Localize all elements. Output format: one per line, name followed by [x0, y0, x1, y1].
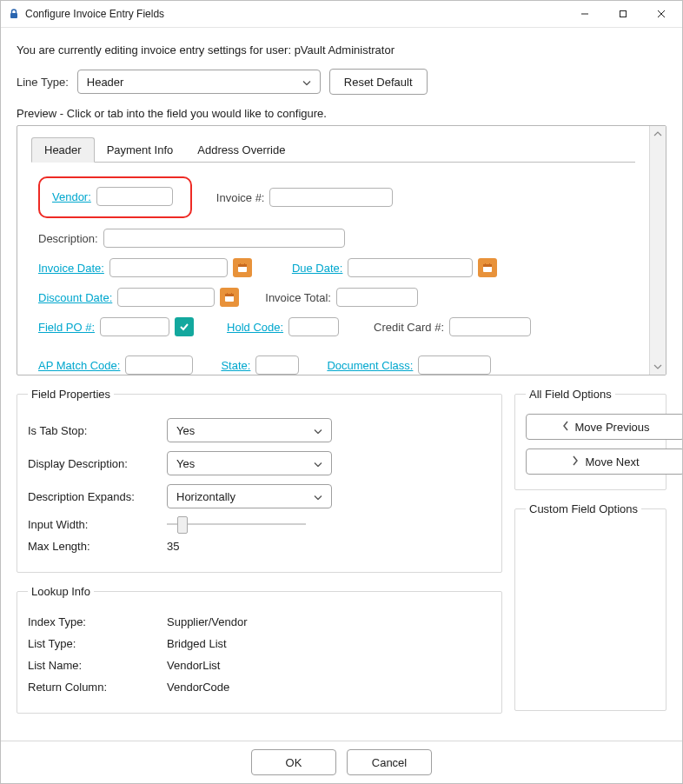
- due-date-input[interactable]: [348, 258, 473, 277]
- description-input[interactable]: [103, 229, 345, 248]
- index-type-value: Supplier/Vendor: [167, 615, 248, 628]
- index-type-label: Index Type:: [28, 615, 167, 628]
- slider-thumb[interactable]: [177, 516, 188, 534]
- hold-code-input[interactable]: [288, 317, 339, 336]
- preview-tabs: Header Payment Info Address Override: [31, 136, 635, 163]
- field-properties-panel: Field Properties Is Tab Stop: Yes Displa…: [17, 388, 502, 573]
- document-class-label[interactable]: Document Class:: [327, 359, 413, 372]
- preview-scrollbar[interactable]: [649, 126, 666, 375]
- lookup-info-legend: Lookup Info: [28, 585, 94, 598]
- lookup-info-panel: Lookup Info Index Type: Supplier/Vendor …: [17, 585, 502, 714]
- svg-rect-6: [238, 264, 247, 267]
- description-expands-label: Description Expands:: [28, 490, 167, 503]
- chevron-down-icon: [302, 76, 311, 89]
- calendar-icon[interactable]: [478, 258, 497, 277]
- invoice-total-label: Invoice Total:: [265, 291, 331, 304]
- chevron-right-icon: [571, 455, 580, 468]
- move-next-button[interactable]: Move Next: [526, 448, 682, 475]
- list-name-value: VendorList: [167, 659, 220, 672]
- vendor-label[interactable]: Vendor:: [52, 190, 91, 203]
- right-column: All Field Options Move Previous Move Nex…: [514, 388, 666, 714]
- svg-rect-0: [10, 13, 17, 18]
- ap-match-code-input[interactable]: [125, 355, 193, 375]
- maximize-button[interactable]: [604, 2, 642, 26]
- lock-icon: [8, 8, 20, 20]
- chevron-down-icon: [314, 424, 322, 437]
- line-type-select[interactable]: Header: [77, 70, 321, 94]
- credit-card-label: Credit Card #:: [374, 321, 444, 334]
- all-field-options-panel: All Field Options Move Previous Move Nex…: [514, 388, 666, 490]
- titlebar-controls: [566, 2, 680, 26]
- chevron-left-icon: [561, 421, 570, 434]
- description-expands-select[interactable]: Horizontally: [167, 484, 332, 508]
- display-description-label: Display Description:: [28, 457, 167, 470]
- return-column-label: Return Column:: [28, 681, 167, 694]
- content-area: You are currently editing invoice entry …: [1, 28, 682, 741]
- titlebar: Configure Invoice Entry Fields: [1, 1, 682, 28]
- state-input[interactable]: [255, 355, 299, 375]
- invoice-total-input[interactable]: [336, 288, 418, 307]
- chevron-down-icon: [314, 457, 322, 470]
- list-name-label: List Name:: [28, 659, 167, 672]
- state-label[interactable]: State:: [221, 359, 250, 372]
- tab-address-override[interactable]: Address Override: [185, 138, 297, 162]
- tab-header[interactable]: Header: [31, 137, 95, 163]
- dialog-window: Configure Invoice Entry Fields You are c…: [0, 0, 683, 784]
- ap-match-code-label[interactable]: AP Match Code:: [38, 359, 120, 372]
- left-column: Field Properties Is Tab Stop: Yes Displa…: [17, 388, 502, 714]
- hold-code-label[interactable]: Hold Code:: [227, 321, 283, 334]
- display-description-select[interactable]: Yes: [167, 451, 332, 475]
- svg-rect-10: [483, 264, 492, 267]
- custom-field-options-legend: Custom Field Options: [526, 502, 641, 515]
- vendor-input[interactable]: [96, 187, 173, 206]
- field-properties-legend: Field Properties: [28, 388, 114, 401]
- move-previous-button[interactable]: Move Previous: [526, 414, 682, 440]
- reset-default-button[interactable]: Reset Default: [329, 69, 428, 95]
- reset-default-label: Reset Default: [344, 76, 413, 89]
- discount-date-label[interactable]: Discount Date:: [38, 291, 112, 304]
- line-type-value: Header: [87, 76, 124, 89]
- input-width-label: Input Width:: [28, 518, 167, 531]
- custom-field-options-panel: Custom Field Options: [514, 502, 666, 711]
- input-width-slider[interactable]: [167, 517, 306, 531]
- intro-text: You are currently editing invoice entry …: [17, 38, 666, 69]
- field-po-input[interactable]: [100, 317, 169, 336]
- is-tab-stop-label: Is Tab Stop:: [28, 424, 167, 437]
- list-type-value: Bridged List: [167, 637, 227, 650]
- discount-date-input[interactable]: [117, 288, 215, 307]
- field-po-label[interactable]: Field PO #:: [38, 321, 95, 334]
- document-class-input[interactable]: [418, 355, 491, 375]
- line-type-label: Line Type:: [17, 76, 69, 89]
- tab-content: Vendor: Invoice #: Description:: [31, 163, 635, 375]
- description-label: Description:: [38, 232, 98, 245]
- list-type-label: List Type:: [28, 637, 167, 650]
- close-button[interactable]: [642, 2, 680, 26]
- preview-inner: Header Payment Info Address Override Ven…: [17, 126, 649, 375]
- calendar-icon[interactable]: [233, 258, 252, 277]
- return-column-value: VendorCode: [167, 681, 229, 694]
- max-length-value: 35: [167, 540, 179, 553]
- ok-button[interactable]: OK: [251, 749, 336, 775]
- svg-rect-14: [225, 294, 234, 296]
- calendar-icon[interactable]: [220, 288, 239, 307]
- titlebar-left: Configure Invoice Entry Fields: [8, 8, 164, 20]
- vendor-field-highlight: Vendor:: [38, 176, 192, 218]
- max-length-label: Max Length:: [28, 540, 167, 553]
- minimize-button[interactable]: [566, 2, 604, 26]
- line-type-row: Line Type: Header Reset Default: [17, 69, 666, 95]
- credit-card-input[interactable]: [449, 317, 531, 336]
- options-columns: Field Properties Is Tab Stop: Yes Displa…: [17, 388, 666, 714]
- preview-label: Preview - Click or tab into the field yo…: [17, 107, 666, 120]
- svg-rect-2: [620, 11, 627, 17]
- check-icon[interactable]: [175, 317, 194, 336]
- scroll-down-icon[interactable]: [650, 359, 666, 375]
- invoice-number-input[interactable]: [269, 188, 393, 207]
- invoice-date-label[interactable]: Invoice Date:: [38, 262, 104, 275]
- invoice-date-input[interactable]: [109, 258, 228, 277]
- cancel-button[interactable]: Cancel: [347, 749, 432, 775]
- window-title: Configure Invoice Entry Fields: [25, 8, 164, 20]
- due-date-label[interactable]: Due Date:: [292, 262, 343, 275]
- tab-payment-info[interactable]: Payment Info: [95, 138, 186, 162]
- is-tab-stop-select[interactable]: Yes: [167, 418, 332, 442]
- scroll-up-icon[interactable]: [650, 126, 666, 142]
